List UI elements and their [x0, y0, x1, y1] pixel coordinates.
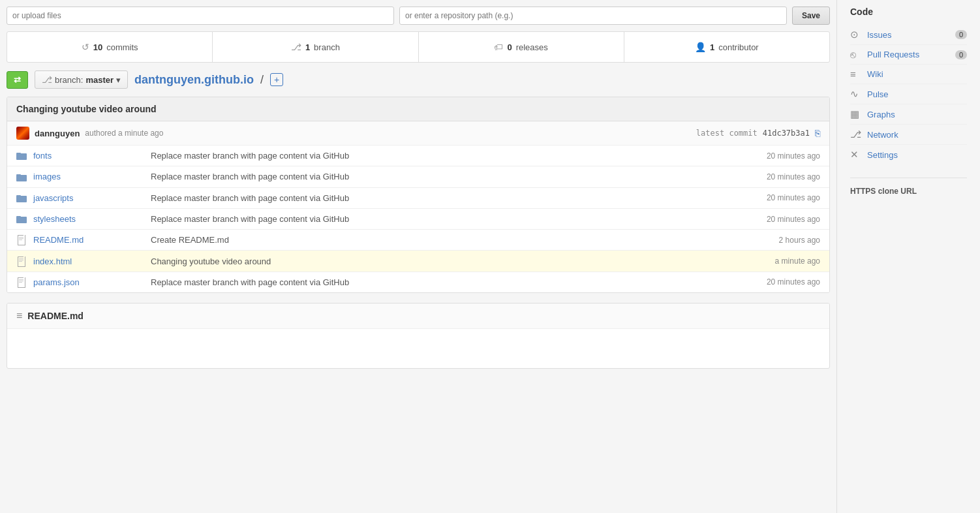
svg-rect-17 — [18, 266, 25, 267]
svg-rect-12 — [19, 237, 23, 238]
sidebar-item-issues[interactable]: ⊙ Issues 0 — [850, 25, 967, 45]
sidebar-item-network[interactable]: ⎇ Network — [850, 125, 967, 145]
svg-rect-21 — [19, 261, 22, 262]
releases-label: releases — [516, 42, 548, 52]
svg-rect-7 — [16, 217, 27, 223]
branch-prefix: branch: — [55, 75, 83, 85]
folder-icon — [16, 193, 28, 204]
repo-separator: / — [260, 73, 264, 87]
file-name[interactable]: README.md — [33, 235, 151, 245]
sidebar-item-label: Settings — [867, 150, 898, 160]
file-time: a minute ago — [742, 256, 820, 266]
commits-label: commits — [106, 42, 138, 52]
branch-selector[interactable]: ⎇ branch: master ▾ — [35, 70, 128, 89]
file-time: 20 minutes ago — [742, 193, 820, 202]
readme-content — [7, 329, 829, 368]
repo-path-input[interactable] — [399, 7, 787, 25]
sidebar-item-pull-requests[interactable]: ⎋ Pull Requests 0 — [850, 45, 967, 65]
upload-input[interactable] — [7, 7, 394, 25]
repo-header: ⇄ ⎇ branch: master ▾ dantnguyen.github.i… — [0, 70, 836, 97]
sidebar-pull-requests-icon: ⎋ — [850, 49, 862, 60]
table-row: images Replace master branch with page c… — [7, 166, 829, 187]
branch-icon: ⎇ — [291, 42, 301, 52]
file-message: Replace master branch with page content … — [151, 277, 742, 287]
releases-count: 0 — [507, 42, 512, 52]
sidebar-divider — [850, 178, 967, 178]
releases-stat[interactable]: 🏷 0 releases — [419, 32, 624, 62]
repo-link[interactable]: dantnguyen.github.io — [134, 73, 254, 87]
file-message: Create README.md — [151, 235, 742, 245]
sidebar-items: ⊙ Issues 0 ⎋ Pull Requests 0 ≡ Wiki ∿ Pu… — [850, 25, 967, 164]
switch-branch-button[interactable]: ⇄ — [7, 71, 28, 89]
https-clone-section: HTTPS clone URL — [850, 186, 967, 196]
branch-name: master — [85, 75, 114, 85]
commits-stat[interactable]: ↺ 10 commits — [7, 32, 213, 62]
readme-title: README.md — [27, 311, 84, 321]
sidebar-item-label: Network — [867, 130, 898, 140]
branch-count: 1 — [305, 42, 310, 52]
sidebar-item-label: Wiki — [867, 69, 883, 79]
file-message: Changing youtube video around — [151, 256, 742, 266]
file-name[interactable]: index.html — [33, 256, 151, 266]
sidebar-item-wiki[interactable]: ≡ Wiki — [850, 65, 967, 84]
sidebar-item-label: Pulse — [867, 89, 889, 99]
folder-icon — [16, 213, 28, 225]
commits-count: 10 — [93, 42, 102, 52]
top-inputs-bar: Save — [0, 0, 836, 31]
sidebar-issues-icon: ⊙ — [850, 29, 862, 40]
sidebar-code-section: Code ⊙ Issues 0 ⎋ Pull Requests 0 ≡ Wiki… — [850, 7, 967, 164]
file-message: Replace master branch with page content … — [151, 172, 742, 181]
folder-icon — [16, 150, 28, 161]
branch-dropdown-icon: ▾ — [116, 75, 121, 85]
https-label: HTTPS clone URL — [850, 187, 917, 196]
commit-hash[interactable]: 41dc37b3a1 — [763, 129, 810, 138]
commit-hash-section: latest commit 41dc37b3a1 ⎘ — [696, 128, 820, 138]
sidebar-item-pulse[interactable]: ∿ Pulse — [850, 84, 967, 104]
file-name[interactable]: images — [33, 172, 151, 181]
switch-icon: ⇄ — [14, 75, 21, 85]
svg-rect-5 — [16, 196, 27, 202]
file-name[interactable]: fonts — [33, 151, 151, 161]
file-name[interactable]: params.json — [33, 277, 151, 287]
file-message: Replace master branch with page content … — [151, 151, 742, 161]
svg-rect-16 — [18, 256, 18, 267]
author-name[interactable]: dannguyen — [35, 129, 80, 138]
file-name[interactable]: javascripts — [33, 193, 151, 203]
file-time: 20 minutes ago — [742, 277, 820, 287]
sidebar-item-graphs[interactable]: ▦ Graphs — [850, 104, 967, 125]
sidebar-item-settings[interactable]: ✕ Settings — [850, 145, 967, 164]
table-row: javascripts Replace master branch with p… — [7, 188, 829, 209]
svg-rect-13 — [19, 238, 23, 239]
sidebar: Code ⊙ Issues 0 ⎋ Pull Requests 0 ≡ Wiki… — [836, 0, 980, 513]
save-button[interactable]: Save — [792, 7, 830, 25]
svg-rect-22 — [18, 277, 23, 278]
svg-rect-23 — [18, 277, 18, 288]
folder-icon — [16, 171, 28, 182]
sidebar-network-icon: ⎇ — [850, 129, 862, 140]
table-row: fonts Replace master branch with page co… — [7, 146, 829, 166]
sidebar-graphs-icon: ▦ — [850, 108, 862, 120]
table-row: params.json Replace master branch with p… — [7, 272, 829, 292]
file-icon — [16, 255, 28, 266]
svg-rect-20 — [19, 260, 23, 260]
commit-message-header: Changing youtube video around — [7, 97, 829, 121]
sidebar-settings-icon: ✕ — [850, 149, 862, 161]
branch-stat[interactable]: ⎇ 1 branch — [213, 32, 418, 62]
commit-author-row: dannguyen authored a minute ago latest c… — [7, 121, 829, 146]
copy-hash-icon[interactable]: ⎘ — [815, 128, 820, 138]
add-file-icon[interactable]: + — [270, 73, 283, 86]
stats-bar: ↺ 10 commits ⎇ 1 branch 🏷 0 releases 👤 1… — [7, 31, 830, 63]
file-rows: fonts Replace master branch with page co… — [7, 146, 829, 292]
table-row: README.md Create README.md 2 hours ago — [7, 230, 829, 251]
file-time: 2 hours ago — [742, 236, 820, 245]
svg-rect-10 — [18, 245, 25, 245]
svg-rect-18 — [25, 256, 25, 267]
svg-rect-27 — [19, 281, 23, 281]
svg-rect-24 — [18, 287, 25, 288]
svg-rect-1 — [16, 153, 27, 160]
avatar — [16, 127, 29, 140]
contributor-stat[interactable]: 👤 1 contributor — [624, 32, 829, 62]
file-name[interactable]: stylesheets — [33, 214, 151, 224]
svg-rect-9 — [18, 235, 18, 245]
contributor-label: contributor — [718, 42, 758, 52]
